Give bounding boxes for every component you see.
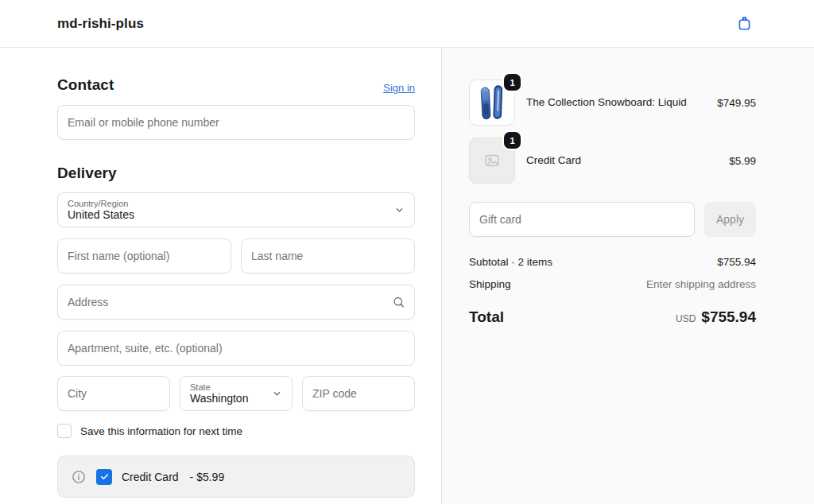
- order-summary: 1 The Collection Snowboard: Liquid $749.…: [441, 48, 814, 504]
- save-info-row[interactable]: Save this information for next time: [57, 424, 415, 438]
- gift-card-input[interactable]: [469, 202, 695, 237]
- image-placeholder-icon: [483, 152, 501, 169]
- item-price: $749.95: [717, 97, 756, 109]
- country-select-label: Country/Region: [68, 199, 134, 209]
- cart-line-item: 1 Credit Card $5.99: [469, 138, 756, 184]
- country-select-value: United States: [68, 208, 134, 221]
- cart-icon[interactable]: [734, 13, 755, 34]
- item-name: The Collection Snowboard: Liquid: [526, 95, 706, 110]
- zip-input[interactable]: [302, 376, 415, 411]
- payment-method-fee: - $5.99: [190, 471, 225, 483]
- state-select-label: State: [190, 382, 248, 393]
- save-info-checkbox[interactable]: [57, 424, 72, 438]
- product-thumbnail-snowboard: 1: [469, 79, 515, 126]
- checkout-form: Contact Sign in Delivery Country/Region …: [0, 48, 441, 504]
- chevron-down-icon: [272, 389, 282, 399]
- shipping-label: Shipping: [469, 278, 511, 290]
- first-name-input[interactable]: [57, 238, 231, 273]
- payment-method-credit-card[interactable]: Credit Card - $5.99: [57, 456, 415, 498]
- shipping-value: Enter shipping address: [646, 278, 756, 290]
- cart-line-item: 1 The Collection Snowboard: Liquid $749.…: [469, 79, 756, 126]
- search-icon: [392, 296, 405, 309]
- checkout-page: md-rishi-plus Contact Sign in Delivery C…: [0, 0, 814, 504]
- store-name[interactable]: md-rishi-plus: [57, 16, 144, 32]
- delivery-heading: Delivery: [57, 165, 415, 182]
- state-select-value: Washington: [190, 392, 248, 405]
- item-price: $5.99: [729, 155, 756, 167]
- email-input[interactable]: [57, 105, 415, 140]
- product-thumbnail-placeholder: 1: [469, 138, 515, 184]
- address-input[interactable]: [57, 285, 415, 320]
- credit-card-checkbox[interactable]: [96, 469, 112, 485]
- info-circle-icon: [71, 469, 87, 485]
- chevron-down-icon: [394, 205, 405, 215]
- state-select[interactable]: State Washington: [180, 376, 293, 411]
- apply-gift-card-button[interactable]: Apply: [704, 202, 756, 237]
- payment-method-label: Credit Card: [122, 471, 179, 483]
- city-input[interactable]: [57, 376, 170, 411]
- quantity-badge: 1: [504, 74, 521, 91]
- currency-code: USD: [676, 313, 696, 324]
- country-select[interactable]: Country/Region United States: [57, 192, 415, 227]
- header: md-rishi-plus: [0, 0, 814, 48]
- quantity-badge: 1: [504, 132, 521, 149]
- subtotal-label: Subtotal · 2 items: [469, 256, 552, 268]
- contact-heading: Contact: [57, 76, 114, 94]
- save-info-label: Save this information for next time: [80, 425, 242, 437]
- total-value: $755.94: [701, 308, 756, 326]
- last-name-input[interactable]: [241, 238, 415, 273]
- subtotal-value: $755.94: [717, 256, 756, 268]
- item-name: Credit Card: [526, 153, 718, 168]
- sign-in-link[interactable]: Sign in: [383, 82, 415, 94]
- apartment-input[interactable]: [57, 331, 415, 366]
- total-label: Total: [469, 308, 504, 326]
